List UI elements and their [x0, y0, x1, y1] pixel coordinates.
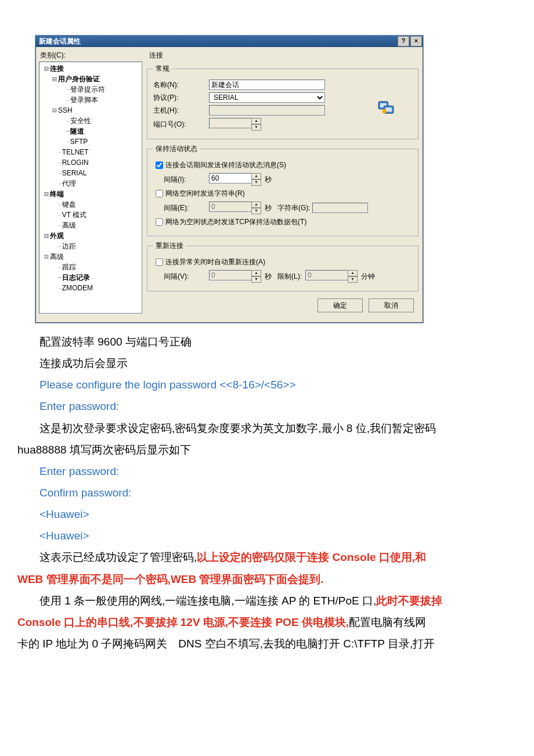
tcp-keepalive-label: 网络为空闲状态时发送TCP保持活动数据包(T): [165, 217, 306, 227]
ok-button[interactable]: 确定: [317, 298, 363, 312]
string-label: 字符串(G):: [277, 203, 312, 213]
tree-item[interactable]: ··代理: [43, 178, 140, 189]
category-tree[interactable]: ⊟连接⊟用户身份验证··登录提示符··登录脚本⊟SSH··安全性··隧道··SF…: [39, 62, 142, 314]
reconnect-label: 连接异常关闭时自动重新连接(A): [165, 257, 265, 267]
doc-line: 连接成功后会显示: [17, 353, 517, 373]
port-spinner[interactable]: ▲▼: [251, 118, 261, 131]
keepalive-label: 连接会话期间发送保持活动状态消息(S): [165, 160, 286, 170]
panel-title: 连接: [147, 49, 418, 64]
idle-string-label: 网络空闲时发送字符串(R): [165, 189, 245, 199]
doc-line: <Huawei>: [17, 504, 517, 524]
name-label: 名称(N):: [153, 80, 209, 90]
tcp-keepalive-checkbox[interactable]: [156, 218, 163, 226]
interval1-spinner[interactable]: ▲▼: [251, 173, 261, 186]
dialog-title: 新建会话属性: [39, 37, 81, 46]
tree-item[interactable]: ⊟终端: [43, 189, 140, 199]
category-label: 类别(C):: [40, 51, 142, 60]
doc-line: Confirm password:: [17, 483, 517, 503]
tree-item[interactable]: ··键盘: [43, 199, 140, 210]
interval1-label: 间隔(I):: [164, 175, 209, 185]
doc-line: 这表示已经成功设定了管理密码,以上设定的密码仅限于连接 Console 口使用,…: [17, 547, 517, 567]
tree-item[interactable]: ··高级: [43, 220, 140, 231]
limit-spinner[interactable]: ▲▼: [348, 270, 358, 283]
tree-item[interactable]: ··边距: [43, 241, 140, 251]
limit-label: 限制(L):: [277, 272, 302, 282]
tree-item[interactable]: ⊟外观: [43, 231, 140, 241]
protocol-label: 协议(P):: [153, 93, 209, 103]
string-input[interactable]: [312, 203, 368, 213]
tree-item[interactable]: ··登录脚本: [43, 95, 140, 105]
document-body: 配置波特率 9600 与端口号正确 连接成功后会显示 Please config…: [0, 323, 534, 654]
tree-item[interactable]: ··跟踪: [43, 262, 140, 272]
general-legend: 常规: [153, 64, 172, 74]
interval1-input[interactable]: [209, 173, 252, 183]
min-unit: 分钟: [361, 272, 375, 282]
doc-line: 使用 1 条一般使用的网线,一端连接电脑,一端连接 AP 的 ETH/PoE 口…: [17, 591, 517, 611]
tree-item[interactable]: ··RLOGIN: [43, 157, 140, 168]
doc-line: WEB 管理界面不是同一个密码,WEB 管理界面密码下面会提到.: [17, 569, 517, 589]
interval2-input[interactable]: [209, 201, 252, 212]
doc-line: Enter password:: [17, 461, 517, 481]
tree-item[interactable]: ⊟用户身份验证: [43, 74, 140, 84]
new-session-dialog: 新建会话属性 ? × 类别(C): ⊟连接⊟用户身份验证··登录提示符··登录脚…: [35, 35, 424, 323]
tree-item[interactable]: ··登录提示符: [43, 84, 140, 95]
reconnect-interval-spinner[interactable]: ▲▼: [251, 270, 261, 283]
idle-string-checkbox[interactable]: [156, 190, 163, 197]
tree-item[interactable]: ··VT 模式: [43, 210, 140, 220]
sec-unit-2: 秒: [265, 203, 272, 213]
tree-item[interactable]: ··SERIAL: [43, 168, 140, 178]
reconnect-group: 重新连接 连接异常关闭时自动重新连接(A) 间隔(V): ▲▼ 秒 限制(L):: [147, 241, 418, 291]
protocol-select[interactable]: SERIAL: [209, 92, 325, 103]
tree-item[interactable]: ··TELNET: [43, 147, 140, 157]
doc-line: Console 口上的串口线,不要拔掉 12V 电源,不要连接 POE 供电模块…: [17, 612, 517, 632]
keepalive-legend: 保持活动状态: [153, 144, 200, 154]
titlebar: 新建会话属性 ? ×: [35, 35, 423, 47]
doc-line: hua88888 填写两次密码后显示如下: [17, 440, 517, 460]
reconnect-legend: 重新连接: [153, 241, 186, 251]
tree-item[interactable]: ⊟SSH: [43, 105, 140, 116]
limit-input[interactable]: [305, 270, 348, 280]
keepalive-group: 保持活动状态 连接会话期间发送保持活动状态消息(S) 间隔(I): ▲▼ 秒: [147, 144, 418, 236]
close-button[interactable]: ×: [410, 36, 422, 46]
tree-item[interactable]: ··ZMODEM: [43, 283, 140, 293]
doc-line: 配置波特率 9600 与端口号正确: [17, 332, 517, 352]
port-input[interactable]: [209, 118, 252, 128]
tree-item[interactable]: ··隧道: [43, 126, 140, 136]
host-label: 主机(H):: [153, 106, 209, 116]
reconnect-interval-input[interactable]: [209, 270, 252, 280]
port-label: 端口号(O):: [153, 120, 209, 129]
cancel-button[interactable]: 取消: [369, 298, 414, 312]
tree-item[interactable]: ··日志记录: [43, 272, 140, 283]
name-input[interactable]: [209, 80, 325, 90]
tree-item[interactable]: ⊟高级: [43, 251, 140, 262]
interval2-label: 间隔(E):: [164, 203, 209, 213]
doc-line: <Huawei>: [17, 525, 517, 546]
help-button[interactable]: ?: [398, 36, 409, 46]
device-icon: [377, 100, 395, 116]
tree-item[interactable]: ··安全性: [43, 116, 140, 126]
doc-line: 卡的 IP 地址为 0 子网掩码网关 DNS 空白不填写,去我的电脑打开 C:\…: [17, 633, 517, 654]
reconnect-interval-label: 间隔(V):: [164, 272, 209, 282]
keepalive-checkbox[interactable]: [156, 161, 163, 169]
tree-item[interactable]: ··SFTP: [43, 136, 140, 147]
interval2-spinner[interactable]: ▲▼: [251, 201, 261, 214]
host-input[interactable]: [209, 105, 325, 116]
reconnect-checkbox[interactable]: [156, 258, 163, 266]
doc-line: 这是初次登录要求设定密码,密码复杂度要求为英文加数字,最小 8 位,我们暂定密码: [17, 418, 517, 438]
tree-item[interactable]: ⊟连接: [43, 63, 140, 74]
sec-unit-1: 秒: [265, 175, 272, 185]
svg-point-4: [383, 109, 387, 113]
doc-line: Please configure the login password <<8-…: [17, 375, 517, 395]
doc-line: Enter password:: [17, 396, 517, 416]
general-group: 常规 名称(N): 协议(P):: [147, 64, 418, 139]
sec-unit-3: 秒: [265, 272, 272, 282]
